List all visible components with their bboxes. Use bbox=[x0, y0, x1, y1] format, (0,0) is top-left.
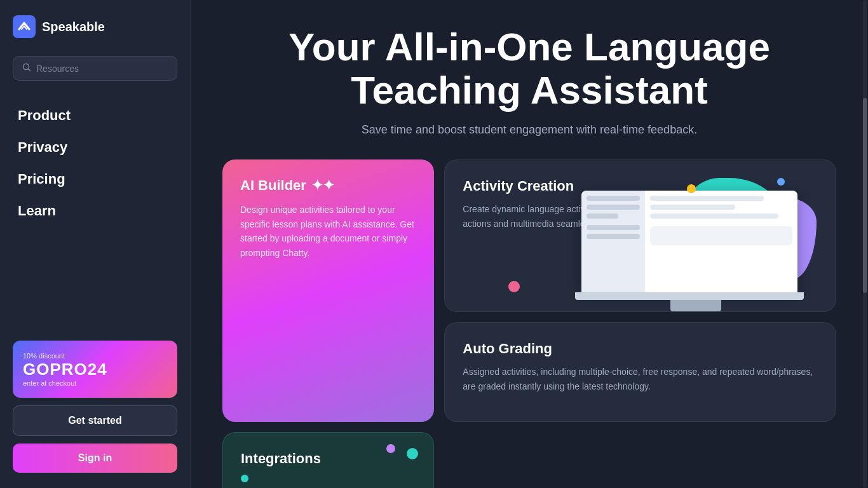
scrollbar[interactable] bbox=[863, 0, 867, 488]
laptop-stand bbox=[670, 300, 721, 311]
auto-grading-title: Auto Grading bbox=[463, 341, 818, 357]
get-started-button[interactable]: Get started bbox=[13, 405, 177, 436]
promo-code-text: GOPRO24 bbox=[23, 360, 167, 379]
sidebar-item-learn[interactable]: Learn bbox=[13, 196, 177, 226]
promo-discount-text: 10% discount bbox=[23, 352, 167, 360]
hero-subtitle: Save time and boost student engagement w… bbox=[222, 123, 836, 137]
ai-builder-card: AI Builder ✦✦ Design unique activities t… bbox=[222, 159, 434, 422]
sidebar-bottom: 10% discount GOPRO24 enter at checkout G… bbox=[13, 341, 177, 473]
logo-area: Speakable bbox=[13, 15, 177, 38]
laptop-screen bbox=[581, 191, 797, 292]
dot-pink bbox=[508, 281, 520, 292]
speakable-logo-icon bbox=[13, 15, 36, 38]
activity-creation-card: Activity Creation Create dynamic languag… bbox=[444, 159, 836, 312]
search-icon bbox=[22, 63, 31, 74]
sidebar-nav: Product Privacy Pricing Learn bbox=[13, 101, 177, 341]
sidebar: Speakable Resources Product Privacy Pric… bbox=[0, 0, 191, 488]
promo-banner: 10% discount GOPRO24 enter at checkout bbox=[13, 341, 177, 398]
sidebar-item-privacy[interactable]: Privacy bbox=[13, 133, 177, 162]
laptop-content-panel bbox=[645, 191, 797, 292]
laptop-sidebar-panel bbox=[581, 191, 645, 292]
sidebar-item-pricing[interactable]: Pricing bbox=[13, 165, 177, 194]
auto-grading-card: Auto Grading Assigned activities, includ… bbox=[444, 322, 836, 422]
dot-teal-large bbox=[407, 448, 418, 459]
ai-builder-description: Design unique activities tailored to you… bbox=[240, 203, 416, 260]
integrations-title: Integrations bbox=[241, 451, 416, 467]
hero-title: Your All-in-One Language Teaching Assist… bbox=[222, 25, 836, 112]
main-content: Your All-in-One Language Teaching Assist… bbox=[191, 0, 868, 488]
laptop-mockup bbox=[569, 184, 823, 311]
auto-grading-body: Assigned activities, including multiple-… bbox=[463, 365, 818, 393]
search-input-box[interactable]: Resources bbox=[13, 56, 177, 81]
activity-visual bbox=[445, 172, 836, 311]
integrations-card: Integrations Connect to your favorite to… bbox=[222, 432, 434, 488]
laptop-base bbox=[575, 292, 804, 300]
sidebar-item-product[interactable]: Product bbox=[13, 101, 177, 130]
hero-section: Your All-in-One Language Teaching Assist… bbox=[222, 25, 836, 137]
search-placeholder-text: Resources bbox=[36, 64, 79, 74]
sparkle-icon: ✦✦ bbox=[311, 177, 334, 194]
sign-in-button[interactable]: Sign in bbox=[13, 444, 177, 473]
logo-text: Speakable bbox=[42, 20, 105, 34]
feature-cards-grid: AI Builder ✦✦ Design unique activities t… bbox=[222, 159, 836, 488]
dot-teal-small bbox=[241, 475, 248, 482]
promo-sub-text: enter at checkout bbox=[23, 379, 167, 387]
ai-builder-title: AI Builder ✦✦ bbox=[240, 177, 416, 194]
